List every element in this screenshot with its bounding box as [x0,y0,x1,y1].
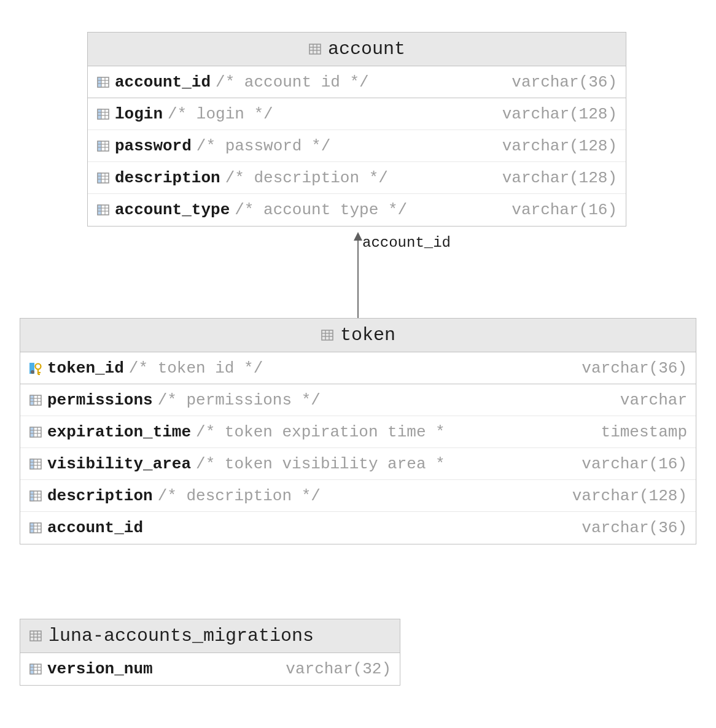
column-type: varchar(128) [502,105,617,123]
column-name: visibility_area [47,455,191,473]
key-icon [29,362,42,375]
column-icon [96,76,110,89]
er-column-row[interactable]: version_num varchar(32) [20,653,400,685]
column-name: expiration_time [47,423,191,441]
column-type: varchar(36) [582,519,687,537]
er-table-name: luna-accounts_migrations [49,625,314,646]
fk-connector-label: account_id [362,234,451,251]
er-column-row[interactable]: login /* login */ varchar(128) [88,98,626,130]
er-table-header: account [88,33,626,66]
er-column-row[interactable]: permissions /* permissions */ varchar [20,384,696,416]
column-icon [29,457,42,471]
table-icon [308,42,322,56]
column-name: login [115,105,163,123]
er-column-row[interactable]: account_id /* account id */ varchar(36) [88,66,626,98]
column-icon [96,107,110,121]
er-column-row[interactable]: account_type /* account type */ varchar(… [88,194,626,226]
column-icon [29,662,42,676]
column-name: version_num [47,660,153,678]
column-comment: /* account id */ [216,73,369,91]
column-type: varchar(128) [572,487,687,505]
er-table-name: token [340,325,395,346]
column-comment: /* token visibility area * [196,455,445,473]
column-comment: /* password */ [197,137,330,155]
column-name: permissions [47,391,153,409]
column-icon [29,521,42,535]
column-icon [29,489,42,503]
er-table-name: account [328,39,405,60]
column-icon [96,203,110,217]
column-type: timestamp [601,423,687,441]
column-type: varchar(16) [582,455,687,473]
column-comment: /* token expiration time * [196,423,445,441]
column-name: description [47,487,153,505]
column-type: varchar(36) [582,359,687,378]
column-name: account_id [47,519,143,537]
er-table-token[interactable]: token token_id /* token id */ varchar(36… [20,318,696,544]
er-table-header: luna-accounts_migrations [20,619,400,653]
column-name: account_type [115,201,230,219]
er-column-row[interactable]: description /* description */ varchar(12… [20,480,696,512]
column-icon [96,171,110,185]
column-comment: /* login */ [168,105,273,123]
column-name: password [115,137,192,155]
column-comment: /* permissions */ [158,391,321,409]
column-comment: /* description */ [158,487,321,505]
column-icon [96,139,110,153]
column-type: varchar(36) [512,73,617,91]
table-icon [29,629,42,643]
column-comment: /* account type */ [235,201,407,219]
er-column-row[interactable]: token_id /* token id */ varchar(36) [20,352,696,384]
column-name: account_id [115,73,211,91]
er-table-migrations[interactable]: luna-accounts_migrations version_num var… [20,619,400,686]
er-table-header: token [20,319,696,352]
fk-connector-line [357,241,359,319]
er-table-account[interactable]: account account_id /* account id */ varc… [87,32,626,227]
column-icon [29,425,42,439]
column-name: token_id [47,359,124,378]
er-column-row[interactable]: password /* password */ varchar(128) [88,130,626,162]
column-name: description [115,169,220,187]
column-type: varchar(128) [502,137,617,155]
column-type: varchar(128) [502,169,617,187]
fk-connector-arrow-icon [354,232,362,241]
er-column-row[interactable]: account_id varchar(36) [20,512,696,544]
column-comment: /* description */ [225,169,388,187]
column-type: varchar(32) [286,660,391,678]
column-comment: /* token id */ [129,359,263,378]
er-column-row[interactable]: visibility_area /* token visibility area… [20,448,696,480]
column-icon [29,393,42,407]
column-type: varchar [620,391,687,409]
er-column-row[interactable]: expiration_time /* token expiration time… [20,416,696,448]
er-column-row[interactable]: description /* description */ varchar(12… [88,162,626,194]
column-type: varchar(16) [512,201,617,219]
table-icon [321,328,334,342]
